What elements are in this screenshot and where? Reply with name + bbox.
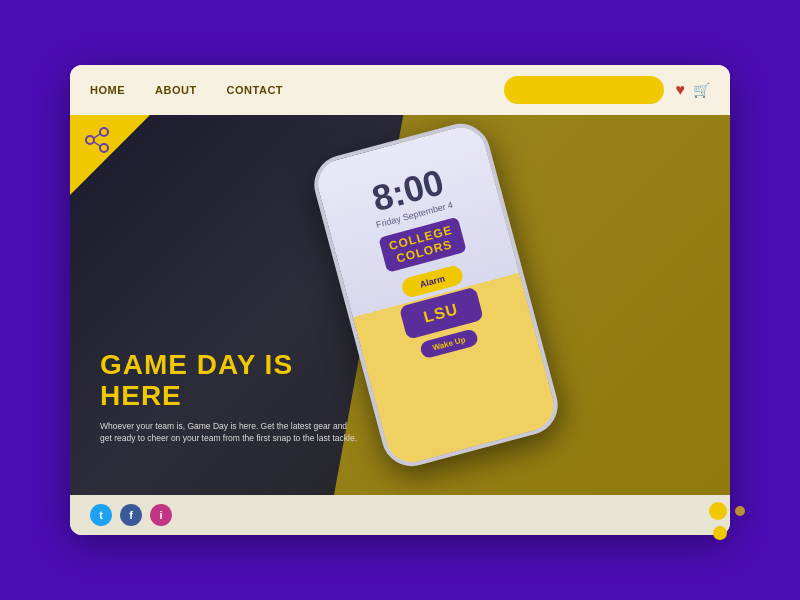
hero-section: 8:00 Friday September 4 COLLEGE COLORS A… (70, 115, 730, 495)
svg-point-2 (100, 144, 108, 152)
hero-title: GAME DAY IS HERE (100, 350, 360, 412)
heart-icon[interactable]: ♥ (676, 81, 686, 99)
hero-text: GAME DAY IS HERE Whoever your team is, G… (100, 350, 360, 445)
cart-icon[interactable]: 🛒 (693, 82, 710, 98)
dot-medium (713, 526, 727, 540)
share-icon[interactable] (84, 127, 110, 159)
instagram-icon[interactable]: i (150, 504, 172, 526)
dot-small (735, 506, 745, 516)
twitter-icon[interactable]: t (90, 504, 112, 526)
svg-line-3 (94, 134, 100, 138)
nav-contact[interactable]: CONTACT (227, 84, 283, 96)
nav-links: HOME ABOUT CONTACT (90, 84, 283, 96)
svg-line-4 (94, 142, 100, 146)
footer-bar: t f i (70, 495, 730, 535)
nav-icon-group: ♥ 🛒 (676, 81, 711, 99)
decorative-dots (709, 502, 745, 540)
nav-about[interactable]: ABOUT (155, 84, 197, 96)
svg-point-0 (100, 128, 108, 136)
facebook-icon[interactable]: f (120, 504, 142, 526)
social-icons: t f i (90, 504, 172, 526)
dot-large (709, 502, 727, 520)
nav-home[interactable]: HOME (90, 84, 125, 96)
hero-subtitle: Whoever your team is, Game Day is here. … (100, 420, 360, 446)
search-bar[interactable] (504, 76, 664, 104)
main-card: HOME ABOUT CONTACT ♥ 🛒 (70, 65, 730, 535)
navbar: HOME ABOUT CONTACT ♥ 🛒 (70, 65, 730, 115)
svg-point-1 (86, 136, 94, 144)
